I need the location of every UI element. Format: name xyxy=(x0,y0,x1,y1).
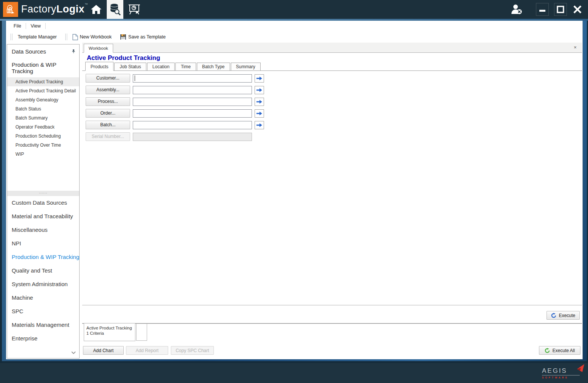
criteria-page-stub-tab[interactable] xyxy=(136,324,147,341)
arrow-right-icon xyxy=(256,111,263,116)
aegis-software-label: SOFTWARE xyxy=(542,376,580,379)
workbook-body: Active Product Tracking Products Job Sta… xyxy=(82,53,582,358)
category-item[interactable]: Production & WIP Tracking xyxy=(7,250,79,264)
filter-picker-button[interactable]: Batch... xyxy=(86,121,130,129)
refresh-green-icon xyxy=(545,348,550,353)
minimize-icon xyxy=(539,6,546,13)
home-button[interactable] xyxy=(88,0,104,19)
text-caret xyxy=(135,75,135,81)
workbook-tab-strip: Workbook × xyxy=(82,43,582,53)
filter-row: Process... xyxy=(82,97,582,106)
splitter-handle[interactable]: ...... xyxy=(7,191,79,196)
toolbar-grip[interactable] xyxy=(65,34,67,40)
reports-nav-button[interactable] xyxy=(126,0,143,19)
criteria-tab-bar: Products Job Status Location Time Batch … xyxy=(82,63,582,71)
arrow-right-icon xyxy=(256,123,263,127)
user-logout-icon xyxy=(510,3,523,15)
filter-apply-button[interactable] xyxy=(255,86,264,94)
category-item[interactable]: Machine xyxy=(7,291,79,305)
category-item[interactable]: Enterprise xyxy=(7,332,79,345)
workbook-panel: Workbook × Active Product Tracking Produ… xyxy=(82,43,582,358)
category-item[interactable]: SPC xyxy=(7,305,79,318)
criteria-tab-item[interactable]: Time xyxy=(175,63,196,71)
refresh-blue-icon xyxy=(551,313,556,318)
menubar: File View xyxy=(6,21,582,31)
new-workbook-button[interactable]: New Workbook xyxy=(69,33,115,41)
category-item[interactable]: Miscellaneous xyxy=(7,223,79,237)
execute-all-button[interactable]: Execute All xyxy=(539,346,580,355)
data-source-item[interactable]: Production Scheduling xyxy=(7,132,79,141)
filter-value-input[interactable] xyxy=(133,86,252,94)
data-source-item[interactable]: Assembly Genealogy xyxy=(7,95,79,104)
filter-apply-button[interactable] xyxy=(255,74,264,83)
logout-user-button[interactable] xyxy=(508,0,525,19)
add-report-button[interactable]: Add Report xyxy=(126,346,168,355)
category-item[interactable]: Custom Data Sources xyxy=(7,196,79,210)
close-button[interactable] xyxy=(571,3,584,16)
category-item[interactable]: System Administration xyxy=(7,277,79,291)
filter-value-input[interactable] xyxy=(133,98,252,106)
category-item[interactable]: Materials Management xyxy=(7,318,79,332)
criteria-tab-item[interactable]: Location xyxy=(147,63,175,71)
filter-picker-button[interactable]: Customer... xyxy=(86,74,130,83)
data-source-item[interactable]: Productivity Over Time xyxy=(7,141,79,150)
category-item[interactable]: Quality and Test xyxy=(7,264,79,277)
brand-text: FactoryLogix™ xyxy=(21,3,88,15)
filter-value-input[interactable] xyxy=(133,133,252,141)
menu-item[interactable]: File xyxy=(11,22,24,30)
panel-title: Data Sources xyxy=(7,44,79,58)
window-content: File View Template Manager New Workb xyxy=(6,21,583,359)
execute-bar: Execute xyxy=(82,305,582,323)
aegis-logo: AEGIS SOFTWARE xyxy=(542,367,580,379)
criteria-tab-item[interactable]: Batch Type xyxy=(197,63,230,71)
data-sources-nav-button[interactable] xyxy=(107,0,123,19)
filter-apply-button[interactable] xyxy=(255,121,264,129)
filter-value-input[interactable] xyxy=(133,109,252,118)
data-source-item[interactable]: Operator Feedback xyxy=(7,123,79,132)
new-document-icon xyxy=(72,34,78,40)
filter-value-input[interactable] xyxy=(133,121,252,129)
window-frame: File View Template Manager New Workb xyxy=(0,21,588,363)
menu-separator xyxy=(26,23,26,29)
category-item[interactable]: Material and Traceability xyxy=(7,210,79,223)
app-titlebar: FactoryLogix™ xyxy=(0,0,588,19)
minimize-button[interactable] xyxy=(536,3,549,16)
aegis-wordmark: AEGIS xyxy=(542,367,580,375)
filter-value-input[interactable] xyxy=(133,74,252,83)
menu-item[interactable]: View xyxy=(28,22,44,30)
template-manager-button[interactable]: Template Manager xyxy=(15,33,60,41)
pin-icon[interactable] xyxy=(72,49,75,54)
data-source-item[interactable]: Active Product Tracking xyxy=(7,77,79,86)
chevron-down-icon[interactable] xyxy=(71,351,76,354)
add-chart-button[interactable]: Add Chart xyxy=(83,346,124,355)
group-header-production-wip[interactable]: Production & WIP Tracking xyxy=(7,58,79,77)
criteria-tab-item[interactable]: Products xyxy=(85,62,114,71)
execute-button[interactable]: Execute xyxy=(547,311,580,320)
criteria-page-tab[interactable]: Active Product Tracking 1 Criteria xyxy=(84,323,135,341)
filter-apply-button[interactable] xyxy=(255,109,264,118)
data-source-item[interactable]: Active Product Tracking Detail xyxy=(7,86,79,95)
criteria-tab-item[interactable]: Summary xyxy=(231,63,261,71)
toolbar: Template Manager New Workbook Save as Te… xyxy=(6,31,582,43)
save-as-template-button[interactable]: Save as Template xyxy=(117,33,169,41)
filter-row: Customer... xyxy=(82,74,582,83)
filter-picker-button[interactable]: Process... xyxy=(86,97,130,106)
maximize-button[interactable] xyxy=(554,3,567,16)
filter-picker-button[interactable]: Order... xyxy=(86,109,130,118)
filter-row: Batch... xyxy=(82,121,582,129)
filter-apply-button[interactable] xyxy=(255,98,264,106)
category-item[interactable]: NPI xyxy=(7,237,79,250)
filter-picker-button[interactable]: Assembly... xyxy=(86,86,130,94)
toolbar-grip[interactable] xyxy=(11,34,12,40)
data-source-list: Active Product Tracking Active Product T… xyxy=(7,77,79,159)
workbook-close-button[interactable]: × xyxy=(572,44,578,50)
category-list: Custom Data Sources Material and Traceab… xyxy=(7,196,79,345)
tab-workbook[interactable]: Workbook xyxy=(84,44,113,53)
data-source-item[interactable]: Batch Summary xyxy=(7,113,79,123)
data-source-item[interactable]: WIP xyxy=(7,150,79,159)
filter-picker-button[interactable]: Serial Number... xyxy=(86,132,130,141)
criteria-tab-item[interactable]: Job Status xyxy=(114,63,146,71)
copy-spc-chart-button[interactable]: Copy SPC Chart xyxy=(171,346,214,355)
data-source-item[interactable]: Batch Status xyxy=(7,104,79,113)
presentation-icon xyxy=(128,3,141,15)
